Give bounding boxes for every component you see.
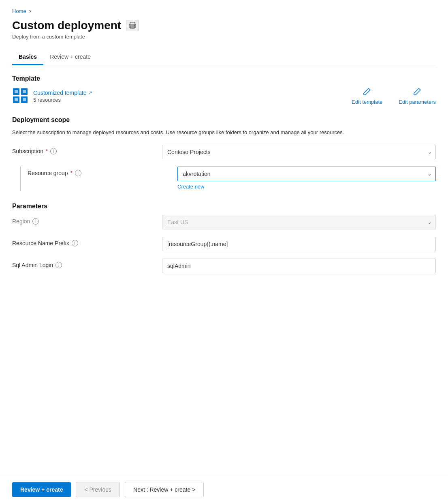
subscription-row: Subscription * i Contoso Projects ⌄ — [12, 145, 436, 159]
indent-line — [20, 167, 21, 191]
next-button[interactable]: Next : Review + create > — [125, 482, 204, 497]
parameters-section: Parameters Region i East US ⌄ Resource N… — [12, 203, 436, 273]
sql-admin-login-row: Sql Admin Login i — [12, 259, 436, 273]
edit-parameters-icon — [413, 87, 422, 97]
resource-group-required-star: * — [70, 170, 73, 176]
subscription-select-wrapper: Contoso Projects ⌄ — [162, 145, 436, 159]
deployment-scope-section: Deployment scope Select the subscription… — [12, 116, 436, 191]
resource-group-label: Resource group — [28, 170, 68, 176]
resource-group-info-icon[interactable]: i — [75, 170, 81, 176]
parameters-section-title: Parameters — [12, 203, 436, 210]
subscription-required-star: * — [46, 148, 48, 154]
subscription-label: Subscription — [12, 148, 43, 154]
edit-parameters-button[interactable]: Edit parameters — [399, 87, 436, 105]
resource-group-select-wrapper: akvrotation ⌄ — [177, 167, 436, 181]
resource-group-label-col: Resource group * i — [28, 167, 177, 176]
review-create-button[interactable]: Review + create — [12, 482, 71, 497]
page-title: Custom deployment — [12, 19, 121, 32]
tabs-container: Basics Review + create — [12, 49, 436, 65]
region-select[interactable]: East US — [162, 215, 436, 229]
sql-admin-login-info-icon[interactable]: i — [55, 262, 62, 268]
resource-group-select[interactable]: akvrotation — [177, 167, 436, 181]
resource-name-prefix-label-col: Resource Name Prefix i — [12, 237, 162, 246]
edit-template-icon — [363, 87, 371, 97]
svg-rect-11 — [23, 98, 26, 101]
tab-basics[interactable]: Basics — [12, 49, 43, 65]
svg-point-3 — [134, 25, 135, 26]
region-label-col: Region i — [12, 215, 162, 225]
subscription-select[interactable]: Contoso Projects — [162, 145, 436, 159]
breadcrumb-separator: > — [29, 9, 32, 14]
deployment-scope-title: Deployment scope — [12, 116, 436, 124]
create-new-link[interactable]: Create new — [177, 184, 204, 190]
region-info-icon[interactable]: i — [32, 218, 39, 225]
breadcrumb: Home > — [12, 8, 436, 14]
region-label: Region — [12, 218, 30, 225]
resource-group-row: Resource group * i akvrotation ⌄ Create … — [28, 167, 436, 190]
home-link[interactable]: Home — [12, 8, 26, 14]
previous-button[interactable]: < Previous — [76, 482, 120, 497]
resource-name-prefix-control — [162, 237, 436, 251]
resource-group-indent: Resource group * i akvrotation ⌄ Create … — [12, 167, 436, 191]
svg-rect-10 — [15, 98, 18, 101]
subscription-control: Contoso Projects ⌄ — [162, 145, 436, 159]
region-row: Region i East US ⌄ — [12, 215, 436, 229]
print-button[interactable] — [126, 20, 139, 31]
external-link-icon: ↗ — [88, 90, 92, 96]
deployment-scope-description: Select the subscription to manage deploy… — [12, 128, 436, 137]
resource-group-control: akvrotation ⌄ Create new — [177, 167, 436, 190]
template-info: Customized template ↗ 5 resources — [33, 90, 347, 103]
bottom-bar: Review + create < Previous Next : Review… — [0, 476, 448, 503]
svg-rect-9 — [23, 90, 26, 93]
page-header: Custom deployment — [12, 19, 436, 32]
template-section-title: Template — [12, 75, 436, 82]
resource-name-prefix-info-icon[interactable]: i — [72, 240, 78, 246]
tab-review-create[interactable]: Review + create — [43, 49, 97, 65]
sql-admin-login-input[interactable] — [162, 259, 436, 273]
sql-admin-login-label-col: Sql Admin Login i — [12, 259, 162, 268]
page-subtitle: Deploy from a custom template — [12, 34, 436, 40]
resource-name-prefix-label: Resource Name Prefix — [12, 240, 69, 246]
region-select-wrapper: East US ⌄ — [162, 215, 436, 229]
sql-admin-login-control — [162, 259, 436, 273]
template-card: Customized template ↗ 5 resources Edit t… — [12, 87, 436, 105]
template-actions: Edit template Edit parameters — [352, 87, 436, 105]
template-section: Template Customized template ↗ — [12, 75, 436, 105]
template-icon — [12, 88, 28, 105]
subscription-info-icon[interactable]: i — [50, 148, 57, 154]
svg-rect-8 — [15, 90, 18, 93]
resource-group-content: Resource group * i akvrotation ⌄ Create … — [28, 167, 436, 191]
resource-name-prefix-input[interactable] — [162, 237, 436, 251]
subscription-label-col: Subscription * i — [12, 145, 162, 154]
resource-name-prefix-row: Resource Name Prefix i — [12, 237, 436, 251]
region-control: East US ⌄ — [162, 215, 436, 229]
svg-rect-0 — [130, 22, 135, 26]
template-resources: 5 resources — [33, 97, 347, 103]
print-icon — [129, 22, 136, 29]
sql-admin-login-label: Sql Admin Login — [12, 262, 53, 268]
template-link[interactable]: Customized template ↗ — [33, 90, 92, 96]
edit-template-button[interactable]: Edit template — [352, 87, 382, 105]
